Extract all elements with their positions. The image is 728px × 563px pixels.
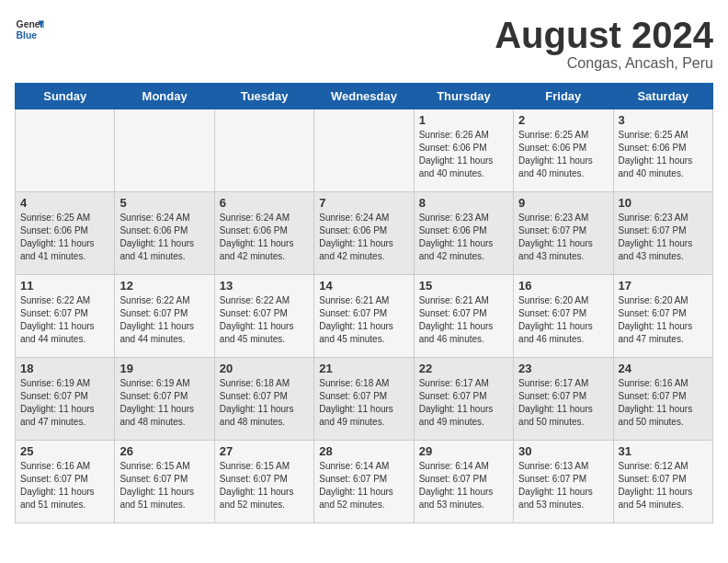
calendar-cell-4-6: 23Sunrise: 6:17 AMSunset: 6:07 PMDayligh… xyxy=(514,358,613,441)
day-number: 13 xyxy=(220,279,309,293)
calendar-cell-1-2 xyxy=(115,109,214,192)
page-subtitle: Congas, Ancash, Peru xyxy=(495,55,713,72)
day-header-monday: Monday xyxy=(115,84,214,109)
cell-info: Sunrise: 6:21 AMSunset: 6:07 PMDaylight:… xyxy=(419,294,508,346)
calendar-cell-1-1 xyxy=(16,109,115,192)
cell-info: Sunrise: 6:24 AMSunset: 6:06 PMDaylight:… xyxy=(319,212,408,263)
cell-info: Sunrise: 6:12 AMSunset: 6:07 PMDaylight:… xyxy=(619,460,708,511)
day-number: 25 xyxy=(20,444,109,458)
cell-info: Sunrise: 6:19 AMSunset: 6:07 PMDaylight:… xyxy=(119,377,209,429)
calendar-cell-3-1: 11Sunrise: 6:22 AMSunset: 6:07 PMDayligh… xyxy=(16,275,115,358)
day-number: 4 xyxy=(20,196,109,210)
calendar-cell-2-3: 6Sunrise: 6:24 AMSunset: 6:06 PMDaylight… xyxy=(214,192,313,275)
cell-info: Sunrise: 6:23 AMSunset: 6:07 PMDaylight:… xyxy=(619,212,708,263)
day-number: 26 xyxy=(119,444,209,458)
day-header-wednesday: Wednesday xyxy=(314,84,414,109)
day-number: 21 xyxy=(319,362,408,375)
day-number: 24 xyxy=(619,362,708,375)
calendar-cell-5-3: 27Sunrise: 6:15 AMSunset: 6:07 PMDayligh… xyxy=(214,441,313,523)
calendar-cell-2-1: 4Sunrise: 6:25 AMSunset: 6:06 PMDaylight… xyxy=(16,192,115,275)
day-number: 28 xyxy=(319,444,408,458)
calendar-week-1: 1Sunrise: 6:26 AMSunset: 6:06 PMDaylight… xyxy=(16,109,713,192)
cell-info: Sunrise: 6:22 AMSunset: 6:07 PMDaylight:… xyxy=(20,294,109,346)
calendar-cell-3-2: 12Sunrise: 6:22 AMSunset: 6:07 PMDayligh… xyxy=(115,275,214,358)
day-number: 20 xyxy=(220,362,309,375)
cell-info: Sunrise: 6:22 AMSunset: 6:07 PMDaylight:… xyxy=(119,294,209,346)
day-number: 3 xyxy=(619,113,708,127)
title-area: August 2024 Congas, Ancash, Peru xyxy=(495,15,713,72)
day-header-friday: Friday xyxy=(514,84,613,109)
calendar-cell-4-3: 20Sunrise: 6:18 AMSunset: 6:07 PMDayligh… xyxy=(214,358,313,441)
cell-info: Sunrise: 6:25 AMSunset: 6:06 PMDaylight:… xyxy=(619,129,708,180)
day-number: 29 xyxy=(419,444,508,458)
day-number: 6 xyxy=(220,196,309,210)
day-number: 17 xyxy=(619,279,708,293)
calendar-cell-2-4: 7Sunrise: 6:24 AMSunset: 6:06 PMDaylight… xyxy=(314,192,414,275)
cell-info: Sunrise: 6:23 AMSunset: 6:06 PMDaylight:… xyxy=(419,212,508,263)
cell-info: Sunrise: 6:15 AMSunset: 6:07 PMDaylight:… xyxy=(220,460,309,511)
cell-info: Sunrise: 6:18 AMSunset: 6:07 PMDaylight:… xyxy=(319,377,408,429)
day-number: 12 xyxy=(119,279,209,293)
calendar-cell-4-5: 22Sunrise: 6:17 AMSunset: 6:07 PMDayligh… xyxy=(414,358,513,441)
svg-text:Blue: Blue xyxy=(17,30,38,40)
calendar-cell-3-7: 17Sunrise: 6:20 AMSunset: 6:07 PMDayligh… xyxy=(613,275,712,358)
cell-info: Sunrise: 6:25 AMSunset: 6:06 PMDaylight:… xyxy=(20,212,109,263)
cell-info: Sunrise: 6:18 AMSunset: 6:07 PMDaylight:… xyxy=(220,377,309,429)
calendar-cell-4-2: 19Sunrise: 6:19 AMSunset: 6:07 PMDayligh… xyxy=(115,358,214,441)
cell-info: Sunrise: 6:13 AMSunset: 6:07 PMDaylight:… xyxy=(518,460,608,511)
day-number: 23 xyxy=(518,362,608,375)
calendar-cell-2-2: 5Sunrise: 6:24 AMSunset: 6:06 PMDaylight… xyxy=(115,192,214,275)
day-number: 14 xyxy=(319,279,408,293)
logo-icon: General Blue xyxy=(15,15,44,44)
day-number: 15 xyxy=(419,279,508,293)
calendar-week-3: 11Sunrise: 6:22 AMSunset: 6:07 PMDayligh… xyxy=(16,275,713,358)
day-header-tuesday: Tuesday xyxy=(214,84,313,109)
day-number: 2 xyxy=(518,113,608,127)
cell-info: Sunrise: 6:15 AMSunset: 6:07 PMDaylight:… xyxy=(119,460,209,511)
calendar-cell-2-5: 8Sunrise: 6:23 AMSunset: 6:06 PMDaylight… xyxy=(414,192,513,275)
cell-info: Sunrise: 6:23 AMSunset: 6:07 PMDaylight:… xyxy=(518,212,608,263)
calendar-cell-4-1: 18Sunrise: 6:19 AMSunset: 6:07 PMDayligh… xyxy=(16,358,115,441)
day-number: 7 xyxy=(319,196,408,210)
calendar-cell-2-6: 9Sunrise: 6:23 AMSunset: 6:07 PMDaylight… xyxy=(514,192,613,275)
calendar-cell-4-7: 24Sunrise: 6:16 AMSunset: 6:07 PMDayligh… xyxy=(613,358,712,441)
day-header-sunday: Sunday xyxy=(16,84,115,109)
cell-info: Sunrise: 6:24 AMSunset: 6:06 PMDaylight:… xyxy=(119,212,209,263)
calendar-cell-3-3: 13Sunrise: 6:22 AMSunset: 6:07 PMDayligh… xyxy=(214,275,313,358)
cell-info: Sunrise: 6:19 AMSunset: 6:07 PMDaylight:… xyxy=(20,377,109,429)
calendar-cell-5-5: 29Sunrise: 6:14 AMSunset: 6:07 PMDayligh… xyxy=(414,441,513,523)
cell-info: Sunrise: 6:21 AMSunset: 6:07 PMDaylight:… xyxy=(319,294,408,346)
day-header-thursday: Thursday xyxy=(414,84,513,109)
cell-info: Sunrise: 6:22 AMSunset: 6:07 PMDaylight:… xyxy=(220,294,309,346)
day-number: 11 xyxy=(20,279,109,293)
calendar-cell-1-4 xyxy=(314,109,414,192)
cell-info: Sunrise: 6:17 AMSunset: 6:07 PMDaylight:… xyxy=(518,377,608,429)
calendar-cell-5-7: 31Sunrise: 6:12 AMSunset: 6:07 PMDayligh… xyxy=(613,441,712,523)
cell-info: Sunrise: 6:26 AMSunset: 6:06 PMDaylight:… xyxy=(419,129,508,180)
calendar-week-5: 25Sunrise: 6:16 AMSunset: 6:07 PMDayligh… xyxy=(16,441,713,523)
calendar-cell-5-4: 28Sunrise: 6:14 AMSunset: 6:07 PMDayligh… xyxy=(314,441,414,523)
calendar-header-row: SundayMondayTuesdayWednesdayThursdayFrid… xyxy=(16,84,713,109)
day-number: 19 xyxy=(119,362,209,375)
calendar-week-2: 4Sunrise: 6:25 AMSunset: 6:06 PMDaylight… xyxy=(16,192,713,275)
calendar-cell-1-5: 1Sunrise: 6:26 AMSunset: 6:06 PMDaylight… xyxy=(414,109,513,192)
calendar-cell-3-5: 15Sunrise: 6:21 AMSunset: 6:07 PMDayligh… xyxy=(414,275,513,358)
day-number: 5 xyxy=(119,196,209,210)
day-number: 22 xyxy=(419,362,508,375)
day-number: 10 xyxy=(619,196,708,210)
day-number: 31 xyxy=(619,444,708,458)
calendar-cell-5-2: 26Sunrise: 6:15 AMSunset: 6:07 PMDayligh… xyxy=(115,441,214,523)
cell-info: Sunrise: 6:20 AMSunset: 6:07 PMDaylight:… xyxy=(518,294,608,346)
cell-info: Sunrise: 6:14 AMSunset: 6:07 PMDaylight:… xyxy=(319,460,408,511)
day-number: 9 xyxy=(518,196,608,210)
calendar-week-4: 18Sunrise: 6:19 AMSunset: 6:07 PMDayligh… xyxy=(16,358,713,441)
calendar-cell-5-1: 25Sunrise: 6:16 AMSunset: 6:07 PMDayligh… xyxy=(16,441,115,523)
cell-info: Sunrise: 6:16 AMSunset: 6:07 PMDaylight:… xyxy=(20,460,109,511)
cell-info: Sunrise: 6:17 AMSunset: 6:07 PMDaylight:… xyxy=(419,377,508,429)
cell-info: Sunrise: 6:20 AMSunset: 6:07 PMDaylight:… xyxy=(619,294,708,346)
cell-info: Sunrise: 6:25 AMSunset: 6:06 PMDaylight:… xyxy=(518,129,608,180)
logo: General Blue xyxy=(15,15,44,44)
day-number: 30 xyxy=(518,444,608,458)
day-number: 8 xyxy=(419,196,508,210)
page-title: August 2024 xyxy=(495,15,713,55)
